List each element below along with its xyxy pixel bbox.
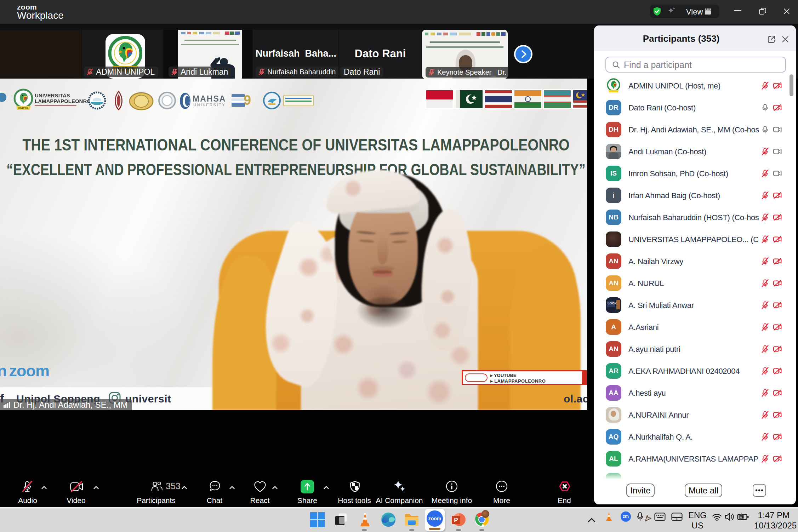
svg-text:P: P [454, 517, 458, 524]
